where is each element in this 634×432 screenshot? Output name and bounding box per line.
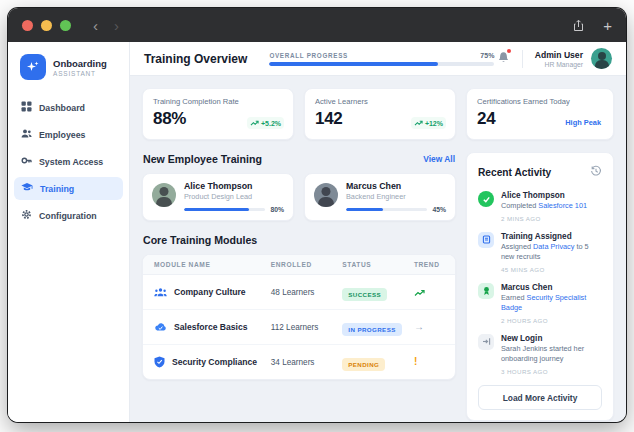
activity-link[interactable]: Data Privacy xyxy=(533,242,574,251)
load-more-button[interactable]: Load More Activity xyxy=(478,385,602,410)
module-name: Security Compliance xyxy=(172,357,257,367)
column-header: STATUS xyxy=(342,261,414,268)
employee-progress-value: 45% xyxy=(432,206,446,213)
sidebar-item-label: Employees xyxy=(39,130,85,140)
gear-icon xyxy=(21,209,32,222)
sidebar-item-configuration[interactable]: Configuration xyxy=(14,204,123,227)
stat-card-completion-rate: Training Completion Rate 88% +5.2% xyxy=(142,88,294,140)
modules-table: MODULE NAME ENROLLED STATUS TREND Compan… xyxy=(142,254,456,380)
trend-up-icon xyxy=(414,283,444,301)
employee-progress-track xyxy=(346,208,427,211)
clipboard-icon xyxy=(478,232,494,248)
activity-title: New Login xyxy=(501,334,602,343)
employee-name: Marcus Chen xyxy=(346,181,446,191)
dashboard-icon xyxy=(21,101,32,114)
overall-progress-fill xyxy=(269,62,438,66)
sparkle-logo-icon xyxy=(20,54,46,80)
employee-cards: Alice Thompson Product Design Lead 80% xyxy=(142,173,456,221)
check-icon xyxy=(478,191,494,207)
employee-card-alice[interactable]: Alice Thompson Product Design Lead 80% xyxy=(142,173,294,221)
badge-icon xyxy=(478,283,494,299)
overall-progress-value: 75% xyxy=(480,52,494,59)
stat-label: Training Completion Rate xyxy=(153,97,283,106)
activity-link[interactable]: Salesforce 101 xyxy=(538,201,587,210)
activity-item[interactable]: Marcus Chen Earned Security Specialist B… xyxy=(478,283,602,324)
new-tab-icon[interactable]: + xyxy=(603,17,612,34)
back-icon[interactable]: ‹ xyxy=(93,18,98,33)
table-row[interactable]: Security Compliance 34 Learners PENDING … xyxy=(143,345,455,379)
user-name: Admin User xyxy=(535,50,583,60)
sidebar-item-training[interactable]: Training xyxy=(14,177,123,200)
table-row[interactable]: Salesforce Basics 112 Learners IN PROGRE… xyxy=(143,310,455,345)
shield-icon xyxy=(154,356,165,368)
app-logo: Onboarding ASSISTANT xyxy=(8,42,129,90)
employee-progress-fill xyxy=(184,208,249,211)
team-icon xyxy=(154,287,167,298)
module-name: Company Culture xyxy=(174,287,246,297)
table-row[interactable]: Company Culture 48 Learners SUCCESS xyxy=(143,275,455,310)
section-title-new-training: New Employee Training xyxy=(143,153,262,165)
module-enrolled: 34 Learners xyxy=(271,358,343,367)
activity-time: 2 MINS AGO xyxy=(501,215,587,222)
header-divider xyxy=(522,50,523,68)
view-all-link[interactable]: View All xyxy=(423,154,455,164)
overall-progress-track xyxy=(269,62,494,66)
stat-trend: +5.2% xyxy=(247,117,284,129)
status-badge: IN PROGRESS xyxy=(342,323,401,336)
stat-cards-left: Training Completion Rate 88% +5.2% Activ… xyxy=(142,88,456,140)
module-name: Salesforce Basics xyxy=(174,322,248,332)
activity-title: Alice Thompson xyxy=(501,191,587,200)
zoom-window-icon[interactable] xyxy=(60,20,71,31)
traffic-lights xyxy=(22,20,71,31)
user-role: HR Manager xyxy=(535,61,583,68)
activity-title: Marcus Chen xyxy=(501,283,602,292)
user-avatar[interactable] xyxy=(591,48,612,69)
activity-desc: Sarah Jenkins started her onboarding jou… xyxy=(501,344,602,365)
graduation-cap-icon xyxy=(21,182,33,195)
activity-desc: Completed Salesforce 101 xyxy=(501,201,587,212)
activity-time: 45 MINS AGO xyxy=(501,266,602,273)
notifications-bell-icon[interactable] xyxy=(497,50,510,68)
app-subtitle: ASSISTANT xyxy=(53,70,107,77)
stat-label: Active Learners xyxy=(315,97,445,106)
avatar xyxy=(152,183,176,207)
sidebar-item-label: System Access xyxy=(39,157,103,167)
column-header: MODULE NAME xyxy=(154,261,271,268)
employee-card-marcus[interactable]: Marcus Chen Backend Engineer 45% xyxy=(304,173,456,221)
employee-role: Product Design Lead xyxy=(184,192,284,201)
sidebar-item-system-access[interactable]: System Access xyxy=(14,150,123,173)
activity-desc: Earned Security Specialist Badge xyxy=(501,293,602,314)
activity-desc: Assigned Data Privacy to 5 new recruits xyxy=(501,242,602,263)
forward-icon[interactable]: › xyxy=(114,18,119,33)
activity-time: 3 HOURS AGO xyxy=(501,368,602,375)
people-icon xyxy=(21,128,32,141)
trend-up-icon xyxy=(414,119,423,127)
share-icon[interactable] xyxy=(572,19,585,32)
employee-progress-value: 80% xyxy=(270,206,284,213)
activity-item[interactable]: New Login Sarah Jenkins started her onbo… xyxy=(478,334,602,375)
stat-trend: High Peak xyxy=(562,116,604,129)
module-enrolled: 48 Learners xyxy=(271,288,343,297)
notification-dot xyxy=(507,49,511,53)
sidebar-item-employees[interactable]: Employees xyxy=(14,123,123,146)
history-icon[interactable] xyxy=(590,163,602,181)
stat-label: Certifications Earned Today xyxy=(477,97,603,106)
sidebar-item-label: Dashboard xyxy=(39,103,85,113)
login-icon xyxy=(478,334,494,350)
trend-flat-icon: → xyxy=(414,322,444,332)
trend-up-icon xyxy=(250,119,259,127)
close-window-icon[interactable] xyxy=(22,20,33,31)
employee-progress-track xyxy=(184,208,265,211)
stat-trend: +12% xyxy=(411,117,446,129)
column-header: ENROLLED xyxy=(271,261,343,268)
sidebar: Onboarding ASSISTANT Dashboard Employees… xyxy=(8,42,130,422)
table-header-row: MODULE NAME ENROLLED STATUS TREND xyxy=(143,255,455,275)
minimize-window-icon[interactable] xyxy=(41,20,52,31)
sidebar-nav: Dashboard Employees System Access Traini… xyxy=(8,96,129,227)
key-icon xyxy=(21,155,32,168)
activity-item[interactable]: Training Assigned Assigned Data Privacy … xyxy=(478,232,602,273)
page-header: Training Overview OVERALL PROGRESS 75% xyxy=(130,42,626,76)
activity-item[interactable]: Alice Thompson Completed Salesforce 101 … xyxy=(478,191,602,222)
sidebar-item-dashboard[interactable]: Dashboard xyxy=(14,96,123,119)
stat-card-certifications: Certifications Earned Today 24 High Peak xyxy=(466,88,614,140)
